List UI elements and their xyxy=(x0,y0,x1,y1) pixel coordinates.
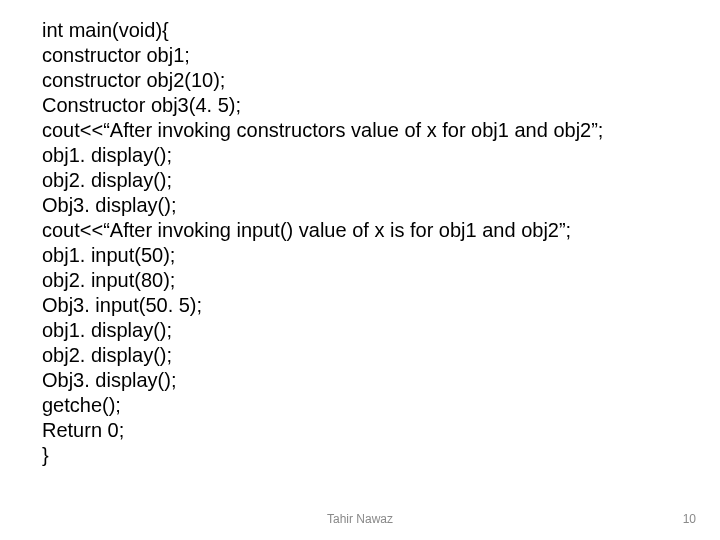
code-line: obj2. display(); xyxy=(42,343,678,368)
code-line: } xyxy=(42,443,678,468)
footer-page-number: 10 xyxy=(683,512,696,526)
slide: int main(void){ constructor obj1; constr… xyxy=(0,0,720,540)
code-line: Constructor obj3(4. 5); xyxy=(42,93,678,118)
code-line: int main(void){ xyxy=(42,18,678,43)
code-line: Obj3. display(); xyxy=(42,368,678,393)
code-line: obj1. display(); xyxy=(42,318,678,343)
code-line: obj1. input(50); xyxy=(42,243,678,268)
code-line: constructor obj2(10); xyxy=(42,68,678,93)
code-line: constructor obj1; xyxy=(42,43,678,68)
code-line: cout<<“After invoking constructors value… xyxy=(42,118,678,143)
code-line: obj1. display(); xyxy=(42,143,678,168)
code-line: obj2. display(); xyxy=(42,168,678,193)
code-line: getche(); xyxy=(42,393,678,418)
footer-author: Tahir Nawaz xyxy=(0,512,720,526)
code-block: int main(void){ constructor obj1; constr… xyxy=(42,18,678,468)
code-line: Obj3. input(50. 5); xyxy=(42,293,678,318)
code-line: Obj3. display(); xyxy=(42,193,678,218)
code-line: Return 0; xyxy=(42,418,678,443)
code-line: obj2. input(80); xyxy=(42,268,678,293)
code-line: cout<<“After invoking input() value of x… xyxy=(42,218,678,243)
